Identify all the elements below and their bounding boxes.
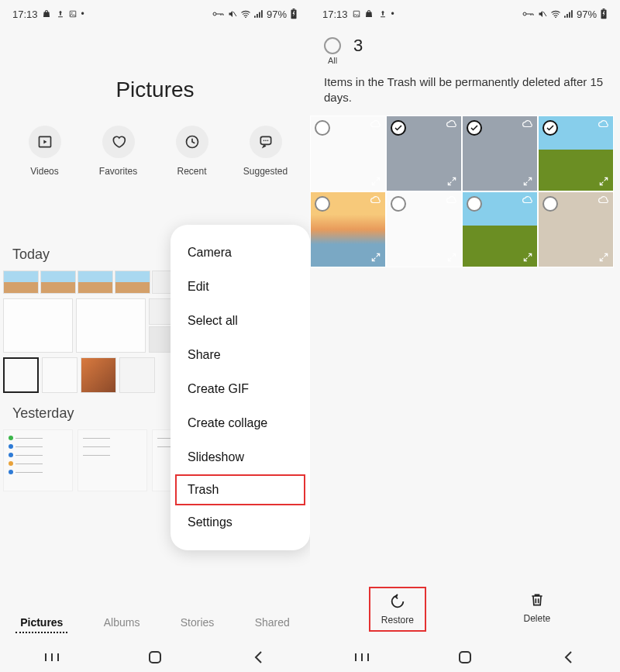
svg-point-1: [71, 12, 72, 14]
battery-icon: [600, 9, 608, 19]
tab-shared[interactable]: Shared: [250, 613, 294, 633]
thumbnail[interactable]: [81, 357, 116, 393]
thumbnail[interactable]: [3, 298, 73, 353]
menu-edit[interactable]: Edit: [170, 270, 310, 304]
delete-button[interactable]: Delete: [512, 587, 561, 632]
image-icon: [353, 10, 360, 18]
bag-icon: [365, 9, 374, 19]
svg-point-22: [523, 12, 526, 16]
android-navbar: [0, 643, 310, 672]
thumbnail[interactable]: ———————————————: [78, 429, 147, 491]
cloud-icon: [446, 120, 457, 128]
trash-message: Items in the Trash will be permanently d…: [310, 70, 620, 115]
expand-icon: [370, 176, 381, 187]
thumbnail[interactable]: ————— ————— ————— ————— —————: [3, 429, 73, 491]
trash-thumbnail[interactable]: [386, 115, 462, 191]
menu-settings[interactable]: Settings: [170, 505, 310, 539]
checkbox-checked-icon: [467, 120, 482, 136]
menu-create-collage[interactable]: Create collage: [170, 406, 310, 440]
videos-icon: [37, 134, 53, 150]
thumbnail[interactable]: [115, 271, 150, 294]
svg-point-14: [263, 140, 264, 142]
svg-line-3: [233, 12, 236, 16]
select-all-toggle[interactable]: All: [324, 37, 341, 65]
restore-label: Restore: [381, 615, 414, 625]
shortcut-videos[interactable]: Videos: [14, 126, 76, 177]
checkbox-empty-icon: [324, 37, 341, 54]
expand-icon: [446, 252, 457, 263]
battery-icon: [290, 9, 298, 19]
delete-label: Delete: [523, 613, 550, 624]
bag-icon: [43, 9, 52, 19]
trash-thumbnail[interactable]: [386, 191, 462, 267]
svg-rect-28: [571, 10, 573, 18]
home-button[interactable]: [456, 648, 474, 667]
suggest-icon: [258, 134, 274, 150]
menu-share[interactable]: Share: [170, 338, 310, 372]
expand-icon: [446, 176, 457, 187]
clock: 17:13: [12, 9, 38, 20]
restore-icon: [389, 593, 406, 610]
thumbnail[interactable]: [119, 357, 155, 393]
tab-pictures[interactable]: Pictures: [16, 613, 67, 633]
svg-rect-34: [460, 652, 470, 663]
shortcut-suggested[interactable]: Suggested: [235, 126, 297, 177]
home-button[interactable]: [146, 648, 164, 667]
page-title: Pictures: [0, 78, 310, 102]
heart-icon: [111, 134, 126, 150]
tab-albums[interactable]: Albums: [99, 613, 145, 633]
shortcut-favorites[interactable]: Favorites: [88, 126, 150, 177]
vpn-icon: [212, 10, 225, 18]
thumbnail[interactable]: [3, 357, 39, 393]
menu-trash[interactable]: Trash: [175, 474, 305, 505]
menu-create-gif[interactable]: Create GIF: [170, 372, 310, 406]
recents-button[interactable]: [353, 648, 371, 667]
tab-stories[interactable]: Stories: [176, 613, 219, 633]
thumbnail[interactable]: [40, 271, 76, 294]
restore-button[interactable]: Restore: [369, 587, 426, 632]
menu-camera[interactable]: Camera: [170, 236, 310, 270]
cloud-icon: [370, 120, 381, 128]
clock: 17:13: [322, 9, 348, 20]
thumbnail[interactable]: [3, 271, 39, 294]
svg-rect-10: [293, 9, 295, 9]
bottom-tabs: Pictures Albums Stories Shared: [0, 604, 310, 643]
thumbnail[interactable]: [78, 271, 113, 294]
svg-rect-20: [150, 652, 160, 663]
trash-thumbnail[interactable]: [310, 191, 386, 267]
thumbnail[interactable]: [42, 357, 78, 393]
upload-icon: [379, 9, 387, 19]
svg-point-16: [267, 140, 268, 142]
checkbox-empty-icon: [542, 196, 558, 212]
expand-icon: [370, 252, 381, 263]
trash-thumbnail[interactable]: [462, 191, 538, 267]
shortcut-recent[interactable]: Recent: [161, 126, 223, 177]
battery-pct: 97%: [267, 9, 287, 20]
checkbox-checked-icon: [542, 120, 558, 136]
back-button[interactable]: [559, 648, 577, 667]
menu-select-all[interactable]: Select all: [170, 304, 310, 338]
cloud-icon: [522, 196, 533, 204]
signal-icon: [254, 10, 264, 18]
checkbox-empty-icon: [315, 196, 330, 212]
trash-screen: 17:13 • 97% All 3 Items in the Trash wil…: [310, 0, 620, 672]
thumbnail[interactable]: [76, 298, 146, 353]
shortcut-label: Suggested: [243, 166, 288, 177]
trash-thumbnail[interactable]: [538, 191, 614, 267]
svg-point-24: [555, 17, 556, 18]
trash-thumbnail[interactable]: [310, 115, 386, 191]
trash-thumbnail[interactable]: [538, 115, 614, 191]
select-all-label: All: [328, 56, 337, 65]
expand-icon: [522, 252, 533, 263]
back-button[interactable]: [249, 648, 267, 667]
trash-thumbnail[interactable]: [462, 115, 538, 191]
svg-rect-7: [259, 12, 260, 18]
battery-pct: 97%: [577, 9, 597, 20]
android-navbar: [310, 643, 620, 672]
recents-button[interactable]: [43, 648, 61, 667]
menu-slideshow[interactable]: Slideshow: [170, 440, 310, 474]
pictures-screen: 17:13 • 97%: [0, 0, 310, 672]
trash-grid: [310, 115, 620, 267]
overflow-menu: Camera Edit Select all Share Create GIF …: [170, 225, 310, 550]
selection-header: All 3: [310, 23, 620, 70]
